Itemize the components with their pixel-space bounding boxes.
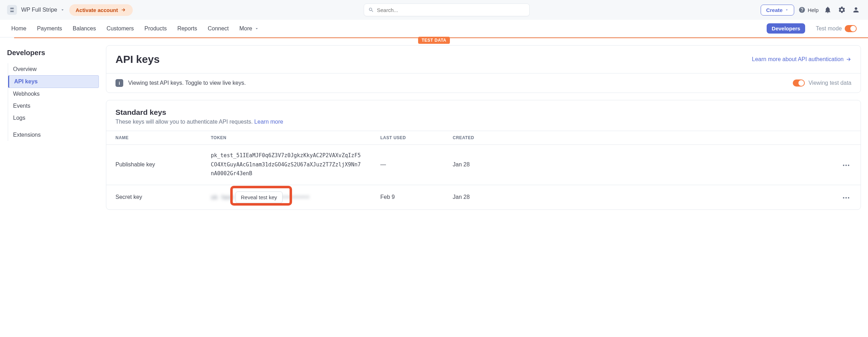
learn-more-label: Learn more about API authentication [752,56,844,63]
nav-connect[interactable]: Connect [208,25,229,32]
reveal-test-key-button[interactable]: Reveal test key [236,191,283,203]
nav-products[interactable]: Products [144,25,167,32]
created-secret: Jan 28 [444,185,832,209]
sidebar-item-logs[interactable]: Logs [8,112,99,124]
page-header-card: API keys Learn more about API authentica… [106,45,861,93]
create-button[interactable]: Create [761,5,794,16]
chevron-down-icon [785,8,789,12]
col-token: TOKEN [202,131,371,145]
standard-keys-desc-text: These keys will allow you to authenticat… [115,119,253,125]
settings-button[interactable] [837,5,847,15]
app-logo[interactable] [7,5,17,15]
topbar: WP Full Stripe Activate account Create H… [0,0,868,20]
gear-icon [838,6,846,14]
search-input[interactable] [377,7,525,13]
nav-customers[interactable]: Customers [107,25,134,32]
testmode-toggle-wrap: Test mode [816,25,857,32]
notifications-button[interactable] [823,5,833,15]
viewing-test-toggle[interactable] [793,79,805,87]
activate-label: Activate account [76,7,118,13]
activate-account-button[interactable]: Activate account [69,4,133,16]
viewing-test-label: Viewing test data [808,80,851,86]
nav-more-label: More [239,25,252,32]
col-last-used: LAST USED [371,131,444,145]
row-actions-menu[interactable] [841,162,851,168]
nav-balances[interactable]: Balances [73,25,96,32]
sidebar-item-overview[interactable]: Overview [8,63,99,75]
nav-reports[interactable]: Reports [177,25,197,32]
arrow-right-icon [121,7,126,13]
standard-keys-title: Standard keys [115,108,851,117]
testdata-badge: TEST DATA [418,37,450,44]
bell-icon [824,6,832,14]
developers-pill[interactable]: Developers [767,23,805,34]
account-switcher[interactable]: WP Full Stripe [21,7,65,13]
last-used-publishable: — [371,145,444,185]
nav-home[interactable]: Home [11,25,26,32]
sidebar-item-extensions[interactable]: Extensions [8,129,99,141]
user-icon [852,6,860,14]
sidebar-item-api-keys[interactable]: API keys [8,75,99,88]
sidebar-item-events[interactable]: Events [8,100,99,112]
profile-button[interactable] [851,5,861,15]
chevron-down-icon [254,26,259,31]
col-created: CREATED [444,131,832,145]
standard-keys-desc: These keys will allow you to authenticat… [115,119,851,125]
create-label: Create [766,7,783,13]
sidebar-title: Developers [7,49,99,57]
info-text: Viewing test API keys. Toggle to view li… [128,80,246,86]
last-used-secret: Feb 9 [371,185,444,209]
standard-keys-card: Standard keys These keys will allow you … [106,100,861,210]
arrow-right-icon [846,57,851,62]
created-publishable: Jan 28 [444,145,832,185]
page-title: API keys [115,53,160,65]
testmode-toggle[interactable] [845,25,857,32]
sidebar-item-webhooks[interactable]: Webhooks [8,88,99,100]
standard-keys-learn-more-link[interactable]: Learn more [254,119,283,125]
account-name: WP Full Stripe [21,7,57,13]
nav-payments[interactable]: Payments [37,25,62,32]
info-icon: i [115,79,123,87]
keys-table: NAME TOKEN LAST USED CREATED Publishable… [106,131,861,209]
row-actions-menu[interactable] [841,195,851,201]
learn-more-auth-link[interactable]: Learn more about API authentication [752,56,851,63]
token-publishable[interactable]: pk_test_51IEaMJF0q6Z3V7z0JgkzKkyAC2P2VAX… [211,151,362,178]
help-link[interactable]: Help [798,6,819,13]
help-label: Help [808,7,819,13]
search-icon [368,7,374,13]
key-name-secret: Secret key [106,185,202,209]
nav-more[interactable]: More [239,25,259,32]
key-name-publishable: Publishable key [106,145,202,185]
main-nav: Home Payments Balances Customers Product… [0,20,868,37]
chevron-down-icon [60,7,65,12]
testmode-label: Test mode [816,25,842,32]
table-row: Secret key sk_test_•••••••••••••••••••••… [106,185,861,209]
help-icon [798,6,805,13]
sidebar: Developers Overview API keys Webhooks Ev… [7,45,99,217]
search-box[interactable] [364,4,530,16]
table-row: Publishable key pk_test_51IEaMJF0q6Z3V7z… [106,145,861,185]
col-name: NAME [106,131,202,145]
